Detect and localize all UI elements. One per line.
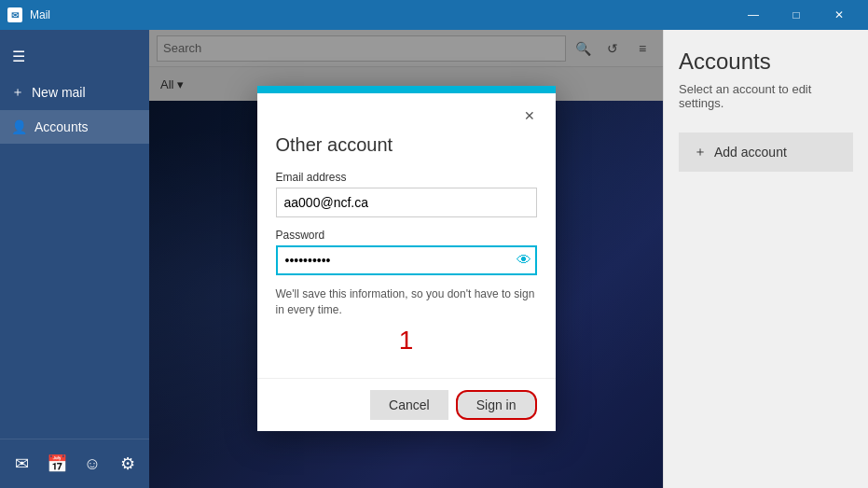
sidebar-menu: ☰ ＋ New mail 👤 Accounts <box>0 30 149 151</box>
add-account-button[interactable]: ＋ Add account <box>679 132 853 172</box>
maximize-button[interactable]: □ <box>775 0 818 30</box>
sign-in-button[interactable]: Sign in <box>456 390 537 420</box>
email-label: Email address <box>276 171 537 184</box>
add-account-plus-icon: ＋ <box>694 144 707 160</box>
dialog-header-bar <box>257 86 556 93</box>
accounts-panel-subtitle: Select an account to edit settings. <box>679 82 853 110</box>
calendar-icon[interactable]: 📅 <box>42 449 72 479</box>
cancel-button[interactable]: Cancel <box>370 390 448 420</box>
new-mail-button[interactable]: ＋ New mail <box>0 75 149 110</box>
right-panel: Accounts Select an account to edit setti… <box>663 30 868 488</box>
accounts-nav-item[interactable]: 👤 Accounts <box>0 110 149 144</box>
accounts-panel-title: Accounts <box>679 49 853 75</box>
sidebar: ☰ ＋ New mail 👤 Accounts ✉ 📅 ☺ ⚙ <box>0 30 149 488</box>
app-body: ☰ ＋ New mail 👤 Accounts ✉ 📅 ☺ ⚙ 🔍 ↺ ≡ <box>0 30 868 488</box>
close-button[interactable]: ✕ <box>818 0 861 30</box>
mail-icon[interactable]: ✉ <box>7 449 36 479</box>
emoji-icon[interactable]: ☺ <box>77 449 107 479</box>
title-bar-left: ✉ Mail <box>7 7 50 22</box>
add-account-label: Add account <box>714 145 787 160</box>
password-label: Password <box>276 229 537 242</box>
email-input[interactable] <box>276 188 537 217</box>
password-input[interactable] <box>276 245 537 275</box>
dialog-footer: Cancel Sign in <box>257 378 556 431</box>
title-bar: ✉ Mail — □ ✕ <box>0 0 868 30</box>
dialog-body: Other account Email address Password 👁 W… <box>257 134 556 378</box>
middle-panel: 🔍 ↺ ≡ All ▾ Not synced ✕ Other account E… <box>149 30 663 488</box>
accounts-label: Accounts <box>34 119 89 134</box>
other-account-dialog: ✕ Other account Email address Password 👁… <box>257 86 556 431</box>
title-bar-controls: — □ ✕ <box>732 0 861 30</box>
password-toggle-icon[interactable]: 👁 <box>517 252 531 269</box>
new-mail-label: New mail <box>32 85 86 100</box>
info-text: We'll save this information, so you don'… <box>276 286 537 318</box>
dialog-title: Other account <box>276 134 537 156</box>
dialog-overlay: ✕ Other account Email address Password 👁… <box>149 30 663 488</box>
settings-icon[interactable]: ⚙ <box>113 449 143 479</box>
title-bar-title: Mail <box>30 8 50 21</box>
minimize-button[interactable]: — <box>732 0 775 30</box>
password-wrapper: 👁 <box>276 245 537 275</box>
mail-app-icon: ✉ <box>7 7 22 22</box>
new-mail-icon: ＋ <box>11 84 24 101</box>
step-number: 1 <box>276 326 537 356</box>
accounts-icon: 👤 <box>11 119 27 134</box>
sidebar-bottom: ✉ 📅 ☺ ⚙ <box>0 439 149 488</box>
hamburger-button[interactable]: ☰ <box>0 37 37 75</box>
dialog-titlebar: ✕ <box>257 93 556 134</box>
dialog-close-button[interactable]: ✕ <box>518 105 541 127</box>
